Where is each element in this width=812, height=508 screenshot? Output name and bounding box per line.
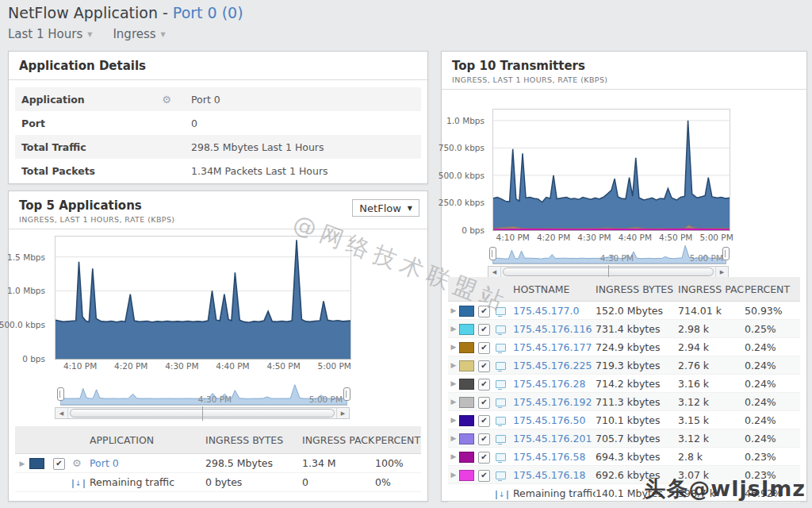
scrubber-handle-left[interactable]: [57, 387, 64, 401]
gear-icon[interactable]: ⚙: [142, 94, 191, 106]
ingress-bytes-cell: 710.1 kbytes: [596, 414, 678, 426]
chart-scrollbar[interactable]: ◀ ▶: [488, 266, 729, 278]
expand-row-icon[interactable]: ▶: [15, 460, 29, 468]
series-visible-checkbox[interactable]: ✔: [478, 324, 490, 336]
expand-row-icon[interactable]: ▶: [448, 306, 459, 314]
ingress-packets-cell: 714.01 k: [678, 305, 745, 317]
application-link[interactable]: Port 0: [90, 457, 119, 469]
table-row: ▶✔175.45.176.58694.3 kbytes2.8 k0.23%: [448, 448, 800, 466]
table-header-row: APPLICATIONINGRESS BYTESINGRESS PACKETSP…: [15, 426, 421, 454]
ingress-bytes-cell: 724.9 kbytes: [596, 341, 678, 353]
column-header[interactable]: INGRESS BYTES: [596, 283, 678, 295]
scroll-right-button[interactable]: ▶: [336, 408, 349, 418]
hostname-link[interactable]: 175.45.176.192: [513, 396, 592, 408]
expand-row-icon[interactable]: ▶: [448, 434, 459, 442]
series-visible-checkbox[interactable]: ✔: [478, 470, 490, 482]
series-visible-checkbox[interactable]: ✔: [478, 397, 490, 409]
hostname-link[interactable]: 175.45.176.177: [513, 341, 592, 353]
scrollbar-thumb[interactable]: [503, 267, 714, 276]
scrubber-handle-left[interactable]: [489, 247, 496, 260]
scrubber-handle-right[interactable]: [343, 387, 350, 401]
column-header[interactable]: PERCENT: [745, 283, 800, 295]
column-header[interactable]: INGRESS PACKETS: [678, 283, 745, 295]
column-header[interactable]: APPLICATION: [90, 434, 205, 446]
chevron-down-icon: ▼: [87, 31, 92, 38]
series-visible-checkbox[interactable]: ✔: [478, 433, 490, 445]
expand-row-icon[interactable]: ▶: [448, 416, 459, 424]
table-row: ▶✔175.45.176.225719.3 kbytes2.76 k0.24%: [448, 356, 800, 375]
area-chart: [56, 237, 350, 359]
hostname-link[interactable]: 175.45.177.0: [513, 305, 580, 317]
scrubber-time-label: 4:30 PM: [600, 253, 634, 263]
hostname-link[interactable]: 175.45.176.116: [513, 323, 592, 335]
series-visible-checkbox[interactable]: ✔: [478, 452, 490, 464]
column-header[interactable]: INGRESS PACKETS: [302, 434, 375, 446]
percent-cell: 46.92%: [745, 487, 800, 499]
scroll-left-button[interactable]: ◀: [56, 408, 68, 418]
x-axis-tick-label: 4:40 PM: [613, 233, 657, 242]
hostname-link[interactable]: 175.45.176.28: [513, 378, 585, 390]
x-axis-tick-label: 4:50 PM: [262, 361, 306, 371]
time-range-scrubber[interactable]: 4:30 PM 5:00 PM: [60, 384, 347, 405]
column-header[interactable]: HOSTNAME: [513, 283, 596, 295]
hostname-link[interactable]: 175.45.176.58: [513, 451, 585, 463]
column-header[interactable]: INGRESS BYTES: [205, 434, 302, 446]
scroll-right-button[interactable]: ▶: [715, 267, 728, 277]
series-color-swatch: [459, 415, 474, 426]
table-row: ▶✔175.45.176.192711.3 kbytes3.12 k0.24%: [448, 393, 800, 411]
series-visible-checkbox[interactable]: ✔: [478, 360, 490, 372]
scroll-left-button[interactable]: ◀: [488, 267, 501, 277]
hostname-link[interactable]: 175.45.176.50: [513, 414, 585, 426]
series-color-swatch: [459, 452, 474, 463]
ingress-packets-cell: 2.8 k: [678, 451, 745, 463]
series-visible-checkbox[interactable]: ✔: [53, 458, 65, 470]
area-chart: [493, 110, 730, 230]
direction-filter-label: Ingress: [113, 27, 155, 41]
expand-row-icon[interactable]: ▶: [448, 379, 459, 387]
time-range-scrubber[interactable]: 4:30 PM 5:00 PM: [492, 244, 726, 264]
direction-filter[interactable]: Ingress ▼: [113, 27, 165, 41]
expand-row-icon[interactable]: ▶: [448, 398, 459, 406]
ingress-bytes-cell: 731.4 kbytes: [596, 323, 678, 335]
hostname-link[interactable]: 175.45.176.225: [513, 360, 592, 371]
hostname-link[interactable]: 175.45.176.201: [513, 433, 592, 444]
scrubber-time-label: 5:00 PM: [309, 394, 343, 404]
scrubber-handle-right[interactable]: [722, 247, 730, 260]
ingress-packets-cell: 0: [302, 476, 375, 488]
series-visible-checkbox[interactable]: ✔: [478, 342, 490, 354]
x-axis-labels: 4:10 PM4:20 PM4:30 PM4:40 PM4:50 PM5:00 …: [492, 231, 729, 242]
expand-row-icon[interactable]: ▶: [448, 361, 459, 369]
series-visible-checkbox[interactable]: ✔: [478, 306, 490, 318]
series-color-swatch: [459, 397, 474, 408]
chart-scrollbar[interactable]: ◀ ▶: [55, 407, 350, 419]
chart-source-dropdown[interactable]: NetFlow ▼: [352, 199, 419, 217]
scrollbar-thumb[interactable]: [70, 409, 335, 418]
y-axis-tick-label: 0 bps: [462, 225, 485, 235]
expand-row-icon[interactable]: ▶: [448, 343, 459, 351]
series-visible-checkbox[interactable]: ✔: [478, 379, 490, 391]
column-header[interactable]: PERCENT: [375, 434, 421, 446]
ingress-bytes-cell: 298.5 Mbytes: [205, 457, 302, 469]
percent-cell: 0.24%: [745, 433, 800, 444]
percent-cell: 0.24%: [745, 396, 800, 408]
table-row: ▶✔175.45.176.201705.7 kbytes3.12 k0.24%: [448, 429, 800, 448]
expand-row-icon[interactable]: ▶: [448, 325, 459, 333]
expand-row-icon[interactable]: ▶: [448, 452, 459, 460]
table-row: ▶✔⚙Port 0298.5 Mbytes1.34 M100%: [15, 454, 421, 473]
y-axis-tick-label: 500.0 kbps: [439, 171, 485, 180]
hostname-link[interactable]: 175.45.176.18: [513, 469, 585, 481]
time-range-filter[interactable]: Last 1 Hours ▼: [8, 27, 92, 41]
table-row: ▶✔175.45.176.116731.4 kbytes2.98 k0.25%: [448, 320, 800, 338]
expand-row-icon[interactable]: ▶: [448, 471, 459, 479]
application-title-link[interactable]: Port 0 (0): [173, 4, 243, 21]
remaining-traffic-row: ↓Remaining traffic140.1 Mbytes598.7 k46.…: [448, 484, 800, 502]
series-visible-checkbox[interactable]: ✔: [478, 415, 490, 427]
x-axis-tick-label: 4:10 PM: [58, 361, 102, 371]
host-monitor-icon: [496, 435, 506, 443]
percent-cell: 50.93%: [745, 305, 800, 317]
y-axis-tick-label: 1.0 Mbps: [446, 116, 485, 125]
x-axis-tick-label: 4:50 PM: [653, 233, 698, 242]
host-monitor-icon: [496, 344, 506, 352]
y-axis-labels: 1.0 Mbps750.0 kbps500.0 kbps250.0 kbps0 …: [442, 109, 489, 229]
detail-value: 1.34M Packets Last 1 Hours: [191, 165, 421, 177]
